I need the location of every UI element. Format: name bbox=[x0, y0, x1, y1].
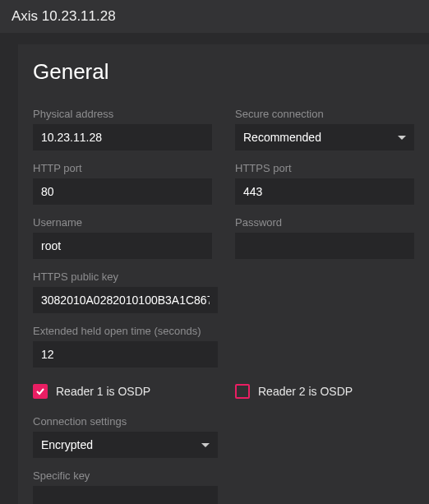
input-http-port[interactable] bbox=[33, 178, 212, 205]
label-http-port: HTTP port bbox=[33, 162, 212, 174]
field-specific-key: Specific key bbox=[33, 469, 414, 504]
label-specific-key: Specific key bbox=[33, 469, 414, 482]
field-physical-address: Physical address bbox=[33, 108, 212, 150]
panel-title: General bbox=[33, 59, 414, 85]
window-title: Axis 10.23.11.28 bbox=[12, 8, 116, 24]
check-icon bbox=[35, 386, 45, 396]
field-password: Password bbox=[235, 216, 414, 259]
input-extended-held-open[interactable] bbox=[33, 341, 218, 368]
select-connection-settings-value: Encrypted bbox=[41, 438, 93, 451]
input-username[interactable] bbox=[33, 233, 212, 259]
label-https-public-key: HTTPS public key bbox=[33, 270, 414, 283]
label-secure-connection: Secure connection bbox=[235, 108, 414, 120]
label-connection-settings: Connection settings bbox=[33, 415, 414, 428]
field-https-public-key: HTTPS public key bbox=[33, 270, 414, 313]
checkbox-reader2-osdp[interactable] bbox=[235, 384, 250, 399]
general-panel: General Physical address Secure connecti… bbox=[18, 44, 429, 504]
row-reader2-osdp: Reader 2 is OSDP bbox=[235, 379, 414, 404]
input-password[interactable] bbox=[235, 233, 414, 259]
chevron-down-icon bbox=[201, 443, 210, 447]
label-extended-held-open: Extended held open time (seconds) bbox=[33, 325, 414, 337]
label-password: Password bbox=[235, 216, 414, 229]
field-username: Username bbox=[33, 216, 212, 259]
select-connection-settings[interactable]: Encrypted bbox=[33, 432, 218, 458]
chevron-down-icon bbox=[398, 136, 406, 140]
field-http-port: HTTP port bbox=[33, 162, 212, 205]
window-titlebar: Axis 10.23.11.28 bbox=[0, 0, 429, 33]
checkbox-reader1-osdp[interactable] bbox=[33, 384, 48, 399]
input-https-public-key[interactable] bbox=[33, 287, 218, 313]
field-https-port: HTTPS port bbox=[235, 162, 414, 205]
row-reader1-osdp: Reader 1 is OSDP bbox=[33, 379, 212, 404]
input-specific-key[interactable] bbox=[33, 486, 218, 504]
field-secure-connection: Secure connection Recommended bbox=[235, 108, 414, 150]
input-physical-address[interactable] bbox=[33, 124, 212, 150]
field-extended-held-open: Extended held open time (seconds) bbox=[33, 325, 414, 368]
input-https-port[interactable] bbox=[235, 178, 414, 205]
label-https-port: HTTPS port bbox=[235, 162, 414, 174]
label-reader2-osdp: Reader 2 is OSDP bbox=[258, 385, 353, 398]
label-physical-address: Physical address bbox=[33, 108, 212, 120]
field-connection-settings: Connection settings Encrypted bbox=[33, 415, 414, 458]
label-reader1-osdp: Reader 1 is OSDP bbox=[56, 385, 150, 398]
form-grid: Physical address Secure connection Recom… bbox=[33, 108, 414, 504]
select-secure-connection[interactable]: Recommended bbox=[235, 124, 414, 150]
select-secure-connection-value: Recommended bbox=[243, 131, 321, 144]
label-username: Username bbox=[33, 216, 212, 229]
